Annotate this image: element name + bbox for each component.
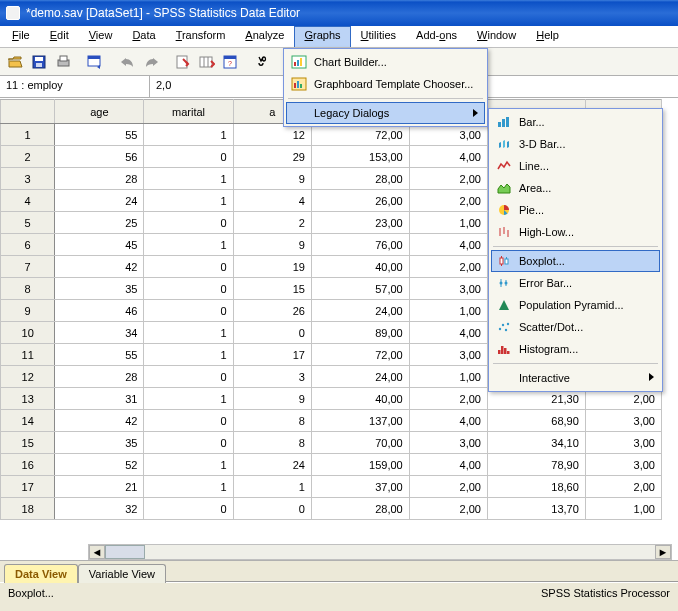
cell[interactable]: 0 — [144, 432, 233, 454]
cell[interactable]: 56 — [55, 146, 144, 168]
cell[interactable]: 17 — [233, 344, 311, 366]
menu-area[interactable]: Area... — [491, 177, 660, 199]
cell[interactable]: 0 — [144, 146, 233, 168]
goto-case-icon[interactable] — [172, 51, 194, 73]
row-header[interactable]: 11 — [1, 344, 55, 366]
cell[interactable]: 40,00 — [311, 256, 409, 278]
cell[interactable]: 9 — [233, 168, 311, 190]
row-header[interactable]: 15 — [1, 432, 55, 454]
cell[interactable]: 0 — [144, 366, 233, 388]
row-header[interactable]: 13 — [1, 388, 55, 410]
menu-analyze[interactable]: Analyze — [235, 26, 294, 47]
cell[interactable]: 0 — [144, 300, 233, 322]
cell[interactable]: 153,00 — [311, 146, 409, 168]
menu-transform[interactable]: Transform — [166, 26, 236, 47]
menu-data[interactable]: Data — [122, 26, 165, 47]
row-header[interactable]: 7 — [1, 256, 55, 278]
cell[interactable]: 15 — [233, 278, 311, 300]
cell[interactable]: 42 — [55, 256, 144, 278]
cell[interactable]: 21 — [55, 476, 144, 498]
cell[interactable]: 9 — [233, 234, 311, 256]
menu-graphs[interactable]: Graphs — [294, 26, 350, 47]
cell[interactable]: 2,00 — [409, 476, 487, 498]
cell[interactable]: 18,60 — [488, 476, 586, 498]
cell[interactable]: 2,00 — [409, 168, 487, 190]
menu-scatter[interactable]: Scatter/Dot... — [491, 316, 660, 338]
row-header[interactable]: 8 — [1, 278, 55, 300]
cell[interactable]: 1 — [144, 476, 233, 498]
cell[interactable]: 4,00 — [409, 454, 487, 476]
table-row[interactable]: 1652124159,004,0078,903,00 — [1, 454, 662, 476]
row-header[interactable]: 17 — [1, 476, 55, 498]
cell[interactable]: 4 — [233, 190, 311, 212]
row-header[interactable]: 16 — [1, 454, 55, 476]
cell[interactable]: 1,00 — [409, 300, 487, 322]
row-header[interactable]: 18 — [1, 498, 55, 520]
find-icon[interactable] — [252, 51, 274, 73]
cell[interactable]: 31 — [55, 388, 144, 410]
cell[interactable]: 57,00 — [311, 278, 409, 300]
table-row[interactable]: 15350870,003,0034,103,00 — [1, 432, 662, 454]
menu-line[interactable]: Line... — [491, 155, 660, 177]
row-header[interactable]: 9 — [1, 300, 55, 322]
cell[interactable]: 52 — [55, 454, 144, 476]
cell[interactable]: 76,00 — [311, 234, 409, 256]
cell[interactable]: 13,70 — [488, 498, 586, 520]
cell[interactable]: 89,00 — [311, 322, 409, 344]
open-icon[interactable] — [4, 51, 26, 73]
undo-icon[interactable] — [116, 51, 138, 73]
row-header[interactable]: 3 — [1, 168, 55, 190]
horizontal-scrollbar[interactable]: ◄ ► — [88, 544, 672, 560]
menu-histogram[interactable]: Histogram... — [491, 338, 660, 360]
cell[interactable]: 0 — [233, 322, 311, 344]
cell[interactable]: 1 — [233, 476, 311, 498]
row-header[interactable]: 5 — [1, 212, 55, 234]
cell[interactable]: 19 — [233, 256, 311, 278]
cell[interactable]: 1,00 — [585, 498, 661, 520]
cell[interactable]: 3,00 — [585, 410, 661, 432]
menu-population-pyramid[interactable]: Population Pyramid... — [491, 294, 660, 316]
menu-legacy-dialogs[interactable]: Legacy Dialogs — [286, 102, 485, 124]
cell[interactable]: 3,00 — [409, 278, 487, 300]
cell[interactable]: 0 — [144, 256, 233, 278]
menu-view[interactable]: View — [79, 26, 123, 47]
print-icon[interactable] — [52, 51, 74, 73]
cell[interactable]: 26,00 — [311, 190, 409, 212]
table-row[interactable]: 144208137,004,0068,903,00 — [1, 410, 662, 432]
row-header[interactable]: 6 — [1, 234, 55, 256]
cell[interactable]: 1,00 — [409, 212, 487, 234]
cell[interactable]: 3,00 — [409, 344, 487, 366]
cell[interactable]: 3,00 — [585, 454, 661, 476]
cell[interactable]: 1 — [144, 388, 233, 410]
cell[interactable]: 35 — [55, 278, 144, 300]
cell[interactable]: 23,00 — [311, 212, 409, 234]
cell[interactable]: 24,00 — [311, 366, 409, 388]
cell[interactable]: 4,00 — [409, 322, 487, 344]
table-row[interactable]: 17211137,002,0018,602,00 — [1, 476, 662, 498]
cell[interactable]: 1 — [144, 168, 233, 190]
menu-highlow[interactable]: High-Low... — [491, 221, 660, 243]
cell[interactable]: 46 — [55, 300, 144, 322]
cell[interactable]: 68,90 — [488, 410, 586, 432]
cell[interactable]: 28 — [55, 366, 144, 388]
menu-file[interactable]: File — [2, 26, 40, 47]
menu-bar[interactable]: Bar... — [491, 111, 660, 133]
cell[interactable]: 0 — [233, 498, 311, 520]
cell[interactable]: 1 — [144, 454, 233, 476]
variables-icon[interactable]: ? — [220, 51, 242, 73]
cell[interactable]: 3 — [233, 366, 311, 388]
scroll-right-icon[interactable]: ► — [655, 545, 671, 559]
row-header[interactable]: 4 — [1, 190, 55, 212]
row-header[interactable]: 1 — [1, 124, 55, 146]
cell[interactable]: 2,00 — [409, 190, 487, 212]
tab-data-view[interactable]: Data View — [4, 564, 78, 583]
cell[interactable]: 40,00 — [311, 388, 409, 410]
row-header[interactable]: 10 — [1, 322, 55, 344]
menu-errorbar[interactable]: Error Bar... — [491, 272, 660, 294]
save-icon[interactable] — [28, 51, 50, 73]
col-marital[interactable]: marital — [144, 100, 233, 124]
cell[interactable]: 2,00 — [585, 476, 661, 498]
cell[interactable]: 2 — [233, 212, 311, 234]
scroll-left-icon[interactable]: ◄ — [89, 545, 105, 559]
menu-addons[interactable]: Add-ons — [406, 26, 467, 47]
